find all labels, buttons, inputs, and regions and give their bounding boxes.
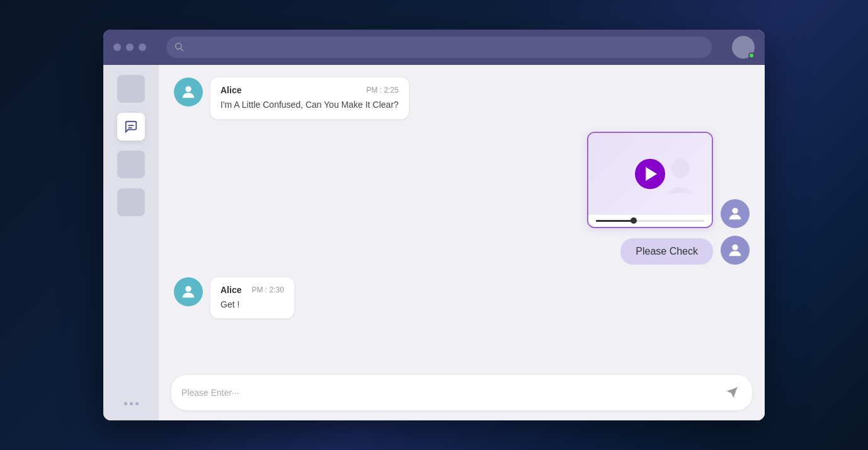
table-row: Alice PM : 2:25 I'm A Little Confused, C… — [174, 78, 750, 119]
window-controls — [113, 43, 146, 51]
sidebar-dot-2 — [130, 402, 133, 405]
message-text: Get ! — [220, 299, 284, 311]
svg-point-5 — [732, 244, 738, 250]
message-time: PM : 2:25 — [366, 86, 398, 95]
sidebar-dot-1 — [124, 402, 127, 405]
chat-input-wrap[interactable]: Please Enter··· — [171, 375, 752, 410]
message-sender: Alice — [220, 85, 241, 95]
video-message[interactable] — [587, 132, 713, 228]
svg-point-3 — [671, 158, 689, 178]
table-row: Please Check — [620, 236, 750, 265]
svg-line-1 — [181, 49, 183, 51]
sidebar-item-settings[interactable] — [117, 188, 145, 216]
chat-panel: Alice PM : 2:25 I'm A Little Confused, C… — [159, 65, 765, 420]
chat-input-area: Please Enter··· — [159, 367, 765, 420]
message-bubble: Alice PM : 2:30 Get ! — [210, 277, 294, 319]
search-icon — [174, 42, 184, 54]
please-check-message: Please Check — [620, 238, 713, 265]
table-row: Alice PM : 2:30 Get ! — [174, 277, 750, 319]
message-header: Alice PM : 2:30 — [220, 285, 284, 295]
video-silhouette — [661, 156, 699, 209]
user-avatar-status — [732, 36, 755, 59]
main-content: Alice PM : 2:25 I'm A Little Confused, C… — [103, 65, 765, 420]
message-bubble: Alice PM : 2:25 I'm A Little Confused, C… — [210, 78, 409, 119]
svg-point-0 — [176, 43, 181, 49]
dot-3 — [139, 43, 146, 51]
sidebar-item-home[interactable] — [117, 75, 145, 103]
svg-marker-8 — [727, 388, 738, 398]
message-time: PM : 2:30 — [251, 286, 283, 294]
sidebar-dot-3 — [135, 402, 139, 405]
video-progress-bar — [588, 215, 712, 227]
table-row — [587, 132, 750, 228]
avatar — [721, 199, 750, 228]
sidebar-more-dots — [124, 402, 139, 410]
app-window: Alice PM : 2:25 I'm A Little Confused, C… — [103, 30, 765, 420]
sidebar — [103, 65, 159, 420]
avatar — [174, 277, 203, 306]
svg-point-4 — [732, 207, 738, 213]
progress-thumb — [631, 217, 637, 224]
progress-fill — [596, 220, 634, 222]
play-button[interactable] — [635, 159, 665, 189]
avatar — [174, 78, 203, 107]
video-preview — [588, 133, 712, 215]
chat-messages: Alice PM : 2:25 I'm A Little Confused, C… — [159, 65, 765, 367]
title-bar — [103, 30, 765, 65]
sidebar-item-grid[interactable] — [117, 151, 145, 178]
message-sender: Alice — [220, 285, 241, 295]
search-bar[interactable] — [166, 37, 712, 58]
dot-2 — [126, 43, 134, 51]
message-text: I'm A Little Confused, Can You Make It C… — [220, 99, 399, 112]
right-messages-group: Please Check — [587, 132, 750, 265]
send-button[interactable] — [722, 383, 742, 403]
chat-input[interactable]: Please Enter··· — [181, 388, 722, 398]
svg-point-6 — [185, 286, 191, 291]
sidebar-item-chat[interactable] — [117, 113, 145, 141]
avatar — [721, 236, 750, 265]
online-status-dot — [748, 52, 755, 59]
dot-1 — [113, 43, 121, 51]
progress-track — [596, 220, 704, 222]
svg-point-2 — [185, 86, 191, 92]
message-header: Alice PM : 2:25 — [220, 85, 399, 95]
